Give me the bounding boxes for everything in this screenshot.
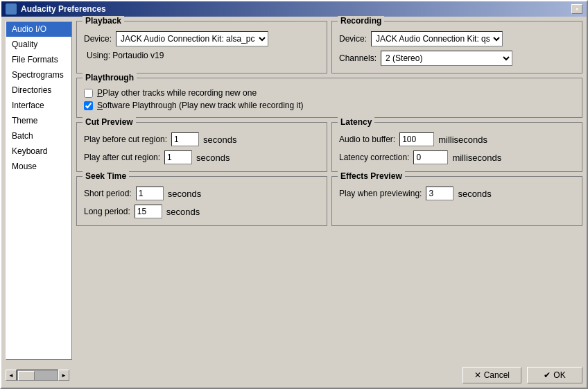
window: Audacity Preferences ▪ Audio I/O Quality… <box>0 0 588 389</box>
effects-preview-play-row: Play when previewing: 3 seconds <box>339 187 575 200</box>
footer-buttons: ✕ Cancel ✔ OK <box>462 367 582 383</box>
maximize-button[interactable]: ▪ <box>571 4 582 14</box>
title-buttons: ▪ <box>571 4 582 14</box>
playthrough-label: Playthrough <box>83 73 137 83</box>
sidebar-item-theme[interactable]: Theme <box>6 113 71 128</box>
seek-time-short-row: Short period: 1 seconds <box>84 187 320 200</box>
recording-device-select[interactable]: JACK Audio Connection Kit: qsynth <box>371 31 503 46</box>
sidebar-item-file-formats[interactable]: File Formats <box>6 52 71 67</box>
sidebar-item-mouse[interactable]: Mouse <box>6 159 71 174</box>
scroll-left-button[interactable]: ◄ <box>6 370 17 381</box>
footer: ◄ ► ✕ Cancel ✔ OK <box>1 364 587 388</box>
playthrough-option2-text: oftware Playthrough (Play new track whil… <box>103 101 303 110</box>
sidebar: Audio I/O Quality File Formats Spectrogr… <box>6 21 72 360</box>
latency-group: Latency Audio to buffer: 100 millisecond… <box>331 122 582 172</box>
sidebar-item-audio-io[interactable]: Audio I/O <box>6 21 71 37</box>
latency-correction-unit: milliseconds <box>452 153 501 163</box>
playback-using-row: Using: Portaudio v19 <box>84 51 320 60</box>
seek-time-short-unit: seconds <box>168 189 201 199</box>
app-icon <box>6 3 17 15</box>
right-panel: Playback Device: JACK Audio Connection K… <box>76 21 582 360</box>
top-row: Playback Device: JACK Audio Connection K… <box>76 21 582 74</box>
sidebar-item-keyboard[interactable]: Keyboard <box>6 144 71 159</box>
playback-label: Playback <box>83 16 124 26</box>
recording-label: Recording <box>338 16 384 26</box>
latency-correction-row: Latency correction: 0 milliseconds <box>339 150 575 164</box>
cut-preview-after-label: Play after cut region: <box>84 153 160 162</box>
playback-device-select[interactable]: JACK Audio Connection Kit: alsa_pcm <box>116 31 268 46</box>
seek-time-long-input[interactable]: 15 <box>135 205 162 218</box>
scroll-thumb[interactable] <box>18 371 35 381</box>
cut-preview-before-label: Play before cut region: <box>84 135 167 144</box>
cut-preview-after-unit: seconds <box>196 153 230 163</box>
seek-time-long-unit: seconds <box>166 207 200 217</box>
sidebar-item-directories[interactable]: Directories <box>6 83 71 98</box>
latency-buffer-input[interactable]: 100 <box>399 132 434 146</box>
seek-time-long-row: Long period: 15 seconds <box>84 205 320 218</box>
cancel-label: Cancel <box>484 370 510 380</box>
playthrough-option2-label: Software Playthrough (Play new track whi… <box>97 101 303 110</box>
recording-channels-select[interactable]: 1 (Mono) 2 (Stereo) <box>381 51 512 66</box>
recording-channels-row: Channels: 1 (Mono) 2 (Stereo) <box>339 51 575 66</box>
playback-device-label: Device: <box>84 34 112 44</box>
playback-using-text: Using: Portaudio v19 <box>87 51 164 60</box>
playthrough-option2-row: Software Playthrough (Play new track whi… <box>84 101 575 110</box>
bottom-row: Seek Time Short period: 1 seconds Long p… <box>76 176 582 226</box>
cut-preview-group: Cut Preview Play before cut region: 1 se… <box>76 122 327 172</box>
sidebar-item-batch[interactable]: Batch <box>6 128 71 144</box>
scroll-right-button[interactable]: ► <box>58 370 69 381</box>
latency-buffer-unit: milliseconds <box>438 135 487 145</box>
playback-device-row: Device: JACK Audio Connection Kit: alsa_… <box>84 31 320 46</box>
scroll-track <box>17 370 58 381</box>
cut-preview-label: Cut Preview <box>83 117 136 127</box>
effects-preview-label: Effects Preview <box>338 171 405 181</box>
seek-time-short-input[interactable]: 1 <box>136 187 164 200</box>
recording-channels-label: Channels: <box>339 53 377 63</box>
cut-preview-before-input[interactable]: 1 <box>171 132 199 146</box>
effects-preview-play-label: Play when previewing: <box>339 189 422 198</box>
title-bar: Audacity Preferences ▪ <box>1 1 587 17</box>
ok-button[interactable]: ✔ OK <box>527 367 582 383</box>
playthrough-option1-label: PPlay other tracks while recording new o… <box>97 88 257 98</box>
latency-correction-input[interactable]: 0 <box>413 150 448 164</box>
effects-preview-play-input[interactable]: 3 <box>426 187 453 200</box>
middle-row: Cut Preview Play before cut region: 1 se… <box>76 122 582 172</box>
effects-preview-group: Effects Preview Play when previewing: 3 … <box>331 176 582 226</box>
ok-icon: ✔ <box>544 370 551 380</box>
playthrough-option1-row: PPlay other tracks while recording new o… <box>84 88 575 98</box>
latency-label: Latency <box>338 117 374 127</box>
playthrough-option1-checkbox[interactable] <box>84 89 93 98</box>
cut-preview-before-unit: seconds <box>203 135 236 145</box>
ok-label: OK <box>553 370 565 380</box>
cancel-icon: ✕ <box>474 370 481 380</box>
playback-group: Playback Device: JACK Audio Connection K… <box>76 21 327 74</box>
playthrough-group: Playthrough PPlay other tracks while rec… <box>76 78 582 118</box>
title-bar-left: Audacity Preferences <box>6 3 106 15</box>
cut-preview-before-row: Play before cut region: 1 seconds <box>84 132 320 146</box>
recording-device-label: Device: <box>339 34 367 44</box>
sidebar-item-spectrograms[interactable]: Spectrograms <box>6 67 71 83</box>
window-title: Audacity Preferences <box>21 4 106 14</box>
playthrough-option2-checkbox[interactable] <box>84 101 93 110</box>
sidebar-item-interface[interactable]: Interface <box>6 98 71 113</box>
main-content: Audio I/O Quality File Formats Spectrogr… <box>1 17 587 364</box>
recording-device-row: Device: JACK Audio Connection Kit: qsynt… <box>339 31 575 46</box>
seek-time-label: Seek Time <box>83 171 129 181</box>
sidebar-item-quality[interactable]: Quality <box>6 37 71 52</box>
seek-time-long-label: Long period: <box>84 207 130 216</box>
seek-time-short-label: Short period: <box>84 189 132 198</box>
scrollbar-area: ◄ ► <box>6 370 69 381</box>
latency-buffer-row: Audio to buffer: 100 milliseconds <box>339 132 575 146</box>
latency-correction-label: Latency correction: <box>339 153 409 162</box>
cut-preview-after-row: Play after cut region: 1 seconds <box>84 150 320 164</box>
cancel-button[interactable]: ✕ Cancel <box>462 367 521 383</box>
latency-buffer-label: Audio to buffer: <box>339 135 395 144</box>
recording-group: Recording Device: JACK Audio Connection … <box>331 21 582 74</box>
seek-time-group: Seek Time Short period: 1 seconds Long p… <box>76 176 327 226</box>
cut-preview-after-input[interactable]: 1 <box>164 150 192 164</box>
effects-preview-play-unit: seconds <box>458 189 491 199</box>
